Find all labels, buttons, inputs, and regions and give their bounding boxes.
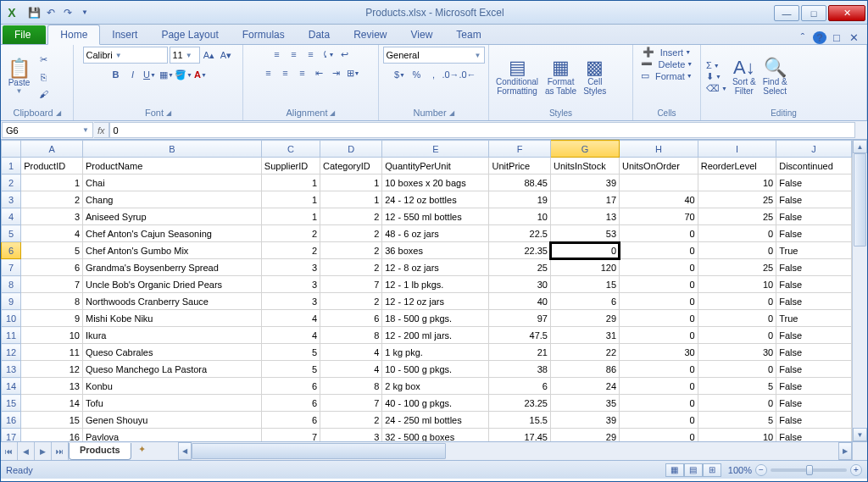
cell[interactable]: 17.45 [489, 429, 550, 442]
row-header-7[interactable]: 7 [2, 259, 21, 276]
cell[interactable]: False [776, 429, 852, 442]
sheet-tab[interactable]: Products [69, 443, 131, 460]
cell[interactable]: 21 [489, 344, 550, 361]
align-center-icon[interactable]: ≡ [278, 65, 293, 80]
cell[interactable]: 23.25 [489, 395, 550, 412]
cell[interactable]: 0 [698, 310, 776, 327]
percent-icon[interactable]: % [409, 67, 425, 82]
column-header-J[interactable]: J [776, 141, 852, 158]
fx-icon[interactable]: fx [97, 125, 105, 136]
scroll-right-icon[interactable]: ▶ [838, 442, 852, 460]
cell[interactable]: UnitsInStock [550, 158, 619, 175]
column-header-G[interactable]: G [550, 141, 619, 158]
grow-font-icon[interactable]: A▴ [202, 47, 217, 63]
cell[interactable]: 0 [620, 259, 698, 276]
accounting-icon[interactable]: $▼ [392, 67, 408, 82]
cell[interactable]: 16 [21, 429, 83, 442]
cell[interactable]: 1 [261, 175, 320, 191]
bold-button[interactable]: B [108, 67, 124, 82]
new-sheet-icon[interactable]: ✦ [131, 442, 153, 460]
cell[interactable]: 30 [489, 276, 550, 293]
cell[interactable]: ProductName [83, 158, 262, 175]
cell[interactable]: ProductID [21, 158, 83, 175]
cell[interactable]: 25 [698, 208, 776, 225]
cell[interactable]: 24 - 12 oz bottles [382, 191, 489, 208]
row-header-9[interactable]: 9 [2, 293, 21, 310]
cell[interactable]: 2 [320, 208, 382, 225]
normal-view-icon[interactable]: ▦ [665, 463, 684, 477]
column-header-H[interactable]: H [620, 141, 698, 158]
sheet-nav-first-icon[interactable]: ⏮ [1, 442, 18, 460]
cell[interactable]: 2 kg box [382, 378, 489, 395]
cell[interactable]: 5 [698, 378, 776, 395]
cell[interactable]: 70 [620, 208, 698, 225]
cell[interactable]: False [776, 412, 852, 429]
cell[interactable]: 0 [698, 225, 776, 242]
cell[interactable]: 22.5 [489, 225, 550, 242]
cell[interactable]: 10 - 500 g pkgs. [382, 361, 489, 378]
cell[interactable]: UnitsOnOrder [620, 158, 698, 175]
cell[interactable]: False [776, 191, 852, 208]
cell[interactable]: 0 [620, 412, 698, 429]
cell[interactable]: 6 [550, 293, 619, 310]
shrink-font-icon[interactable]: A▾ [219, 47, 234, 63]
cell[interactable]: 6 [261, 412, 320, 429]
tab-home[interactable]: Home [47, 25, 100, 45]
cell[interactable] [620, 175, 698, 191]
cell[interactable]: 47.5 [489, 327, 550, 344]
align-bottom-icon[interactable]: ≡ [303, 47, 319, 62]
cell[interactable]: 4 [320, 361, 382, 378]
cell[interactable]: 22 [550, 344, 619, 361]
row-header-6[interactable]: 6 [2, 242, 21, 259]
cell[interactable]: 10 [698, 276, 776, 293]
cell[interactable]: 40 - 100 g pkgs. [382, 395, 489, 412]
cell[interactable]: Mishi Kobe Niku [83, 310, 262, 327]
cell[interactable]: 36 boxes [382, 242, 489, 259]
autosum-button[interactable]: Σ ▼ [706, 60, 727, 70]
window-restore-icon[interactable]: □ [830, 31, 843, 44]
cell[interactable]: 6 [261, 378, 320, 395]
cell[interactable]: 12 - 12 oz jars [382, 293, 489, 310]
cell[interactable]: 12 - 1 lb pkgs. [382, 276, 489, 293]
scroll-left-icon[interactable]: ◀ [178, 442, 192, 460]
cell[interactable]: Tofu [83, 395, 262, 412]
underline-button[interactable]: U▼ [142, 67, 158, 82]
cell[interactable]: 0 [620, 276, 698, 293]
cell[interactable]: 19 [489, 191, 550, 208]
cell[interactable]: 7 [320, 395, 382, 412]
cell[interactable]: 0 [620, 361, 698, 378]
cell[interactable]: 18 - 500 g pkgs. [382, 310, 489, 327]
cell[interactable]: Discontinued [776, 158, 852, 175]
zoom-in-button[interactable]: + [850, 464, 862, 476]
conditional-formatting-button[interactable]: ▤Conditional Formatting [492, 57, 542, 97]
cell[interactable]: 7 [320, 276, 382, 293]
cell[interactable]: 0 [620, 310, 698, 327]
select-all-cell[interactable] [2, 141, 21, 158]
row-header-5[interactable]: 5 [2, 225, 21, 242]
cell[interactable]: 1 [261, 191, 320, 208]
cell[interactable]: 39 [550, 412, 619, 429]
cell[interactable]: 15.5 [489, 412, 550, 429]
cell[interactable]: 29 [550, 429, 619, 442]
zoom-level[interactable]: 100% [728, 465, 752, 475]
align-top-icon[interactable]: ≡ [270, 47, 285, 62]
cell[interactable]: 1 kg pkg. [382, 344, 489, 361]
tab-formulas[interactable]: Formulas [231, 25, 297, 44]
border-icon[interactable]: ▦▼ [159, 67, 175, 82]
insert-cells-button[interactable]: ➕ Insert ▼ [643, 47, 691, 58]
cell[interactable]: 24 - 250 ml bottles [382, 412, 489, 429]
cell[interactable]: Pavlova [83, 429, 262, 442]
cell[interactable]: False [776, 344, 852, 361]
row-header-11[interactable]: 11 [2, 327, 21, 344]
merge-center-icon[interactable]: ⊞▼ [346, 65, 361, 80]
paste-button[interactable]: 📋 Paste ▼ [4, 58, 34, 97]
cell[interactable]: 0 [620, 225, 698, 242]
cell[interactable]: 10 boxes x 20 bags [382, 175, 489, 191]
cell[interactable]: 2 [320, 225, 382, 242]
align-middle-icon[interactable]: ≡ [287, 47, 302, 62]
cell[interactable]: 0 [698, 395, 776, 412]
cell[interactable]: False [776, 395, 852, 412]
minimize-ribbon-icon[interactable]: ˆ [796, 31, 810, 44]
cell[interactable]: Chef Anton's Gumbo Mix [83, 242, 262, 259]
cell[interactable]: 5 [698, 412, 776, 429]
